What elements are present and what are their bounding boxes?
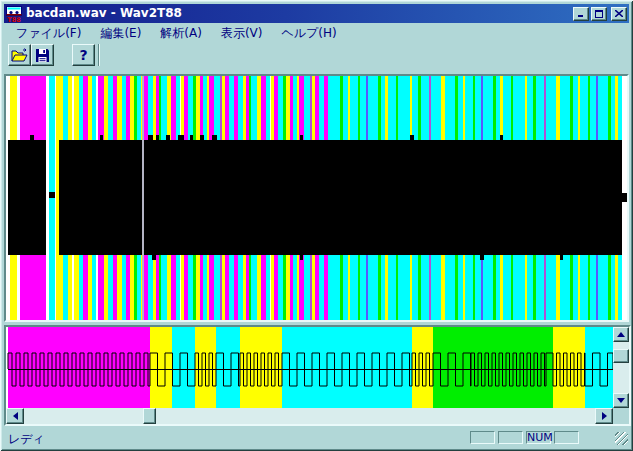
save-floppy-icon <box>35 48 50 63</box>
waveform-overview-canvas[interactable] <box>6 327 613 408</box>
menu-analyze[interactable]: 解析(A) <box>154 23 208 44</box>
open-button[interactable] <box>8 44 31 66</box>
status-panel-3 <box>554 431 579 444</box>
toolbar-separator <box>98 44 100 66</box>
resize-grip[interactable] <box>615 432 628 445</box>
toolbar: ? <box>4 43 629 74</box>
close-button[interactable] <box>611 7 627 21</box>
menu-edit[interactable]: 編集(E) <box>94 23 147 44</box>
window-title: bacdan.wav - Wav2T88 <box>26 4 571 23</box>
menu-help[interactable]: ヘルプ(H) <box>276 23 343 44</box>
app-window: T88 bacdan.wav - Wav2T88 ファイル(F) 編集(E) 解… <box>0 0 633 451</box>
status-panel-2 <box>498 431 523 444</box>
minimize-icon <box>577 10 585 17</box>
status-panel-1 <box>470 431 495 444</box>
scrollbar-corner <box>613 408 629 424</box>
help-icon: ? <box>76 47 91 63</box>
scroll-up-button[interactable] <box>613 327 629 342</box>
app-icon-label: T88 <box>7 15 21 22</box>
maximize-icon <box>595 10 604 18</box>
vertical-scrollbar[interactable] <box>613 327 629 408</box>
waveform-overview-panel <box>4 325 631 426</box>
waveform-main-canvas[interactable] <box>6 76 627 320</box>
arrow-right-icon <box>602 412 607 420</box>
menubar: ファイル(F) 編集(E) 解析(A) 表示(V) ヘルプ(H) <box>4 23 629 43</box>
svg-text:?: ? <box>79 47 87 63</box>
waveform-main-view[interactable] <box>4 74 629 322</box>
open-folder-icon <box>11 48 28 63</box>
waveform-overview-view[interactable] <box>6 327 613 408</box>
save-button[interactable] <box>31 44 54 66</box>
arrow-down-icon <box>617 398 625 403</box>
menu-file[interactable]: ファイル(F) <box>10 23 87 44</box>
statusbar: レディ NUM <box>4 429 629 447</box>
close-icon <box>615 10 623 17</box>
maximize-button[interactable] <box>591 7 607 21</box>
scroll-left-button[interactable] <box>6 408 24 424</box>
vertical-scroll-thumb[interactable] <box>613 349 629 363</box>
minimize-button[interactable] <box>573 7 589 21</box>
status-message: レディ <box>8 431 45 448</box>
arrow-up-icon <box>617 332 625 337</box>
horizontal-scroll-thumb[interactable] <box>143 408 156 424</box>
menu-view[interactable]: 表示(V) <box>215 23 269 44</box>
app-icon[interactable]: T88 <box>6 6 22 22</box>
horizontal-scrollbar[interactable] <box>6 408 613 424</box>
scroll-down-button[interactable] <box>613 393 629 408</box>
help-button[interactable]: ? <box>72 44 95 66</box>
scroll-right-button[interactable] <box>595 408 613 424</box>
titlebar[interactable]: T88 bacdan.wav - Wav2T88 <box>4 4 629 23</box>
arrow-left-icon <box>13 412 18 420</box>
status-panel-num: NUM <box>526 431 551 444</box>
